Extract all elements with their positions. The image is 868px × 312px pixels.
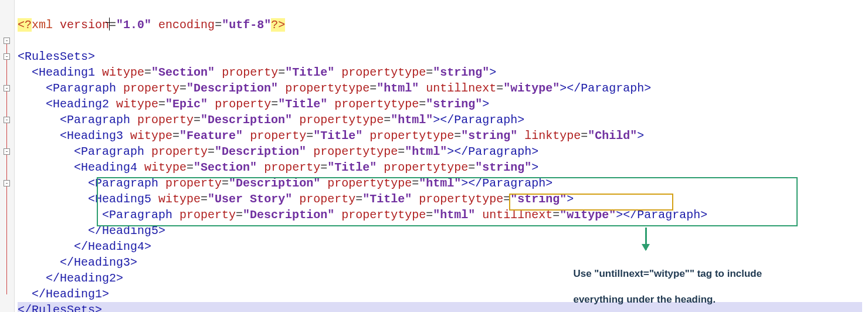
attr: witype [158,192,201,206]
attr: propertytype [419,192,503,206]
attr-value: "User Story" [208,192,292,206]
xml-tag-close: > [531,161,538,174]
attr: propertytype [327,177,412,190]
attr: property [250,129,306,143]
attr: version [60,18,109,32]
attr: property [151,145,208,158]
xml-tag-close: > [567,192,574,206]
attr: propertytype [369,129,454,143]
attr-value: "string" [510,192,567,206]
attr-value: "html" [405,145,447,158]
fold-toggle[interactable]: - [4,117,10,123]
attr: linktype [524,129,581,143]
xml-tag-close: ></Paragraph> [433,113,524,127]
attr-value: "Child" [588,129,637,143]
fold-toggle[interactable]: - [4,180,10,186]
attr-value: "html" [419,177,461,190]
xml-tag: <Paragraph [60,113,130,127]
attr-value: "Section" [194,161,257,174]
attr: witype [116,97,158,111]
xml-pi-open: <? [18,18,32,32]
xml-tag: </Heading3> [60,256,137,269]
fold-toggle[interactable]: - [4,53,10,60]
attr-value: "Description" [243,208,334,222]
xml-tag-close: > [489,66,496,79]
attr: property [264,161,320,174]
attr-value: "Title" [313,129,362,143]
attr: propertytype [313,145,398,158]
attr: propertytype [384,161,468,174]
attr: property [179,208,236,222]
attr-value: "Section" [151,66,215,79]
attr: witype [144,161,187,174]
attr: propertytype [299,113,384,127]
xml-pi-close: ?> [271,18,285,32]
fold-gutter: - - - - - - [0,0,15,312]
xml-tag: <Heading1 [32,66,95,79]
xml-tag: <Paragraph [46,82,116,95]
attr: property [215,97,271,111]
attr-value: "Title" [278,97,327,111]
xml-tag: <Paragraph [88,177,158,190]
fold-toggle[interactable]: - [4,85,10,91]
xml-tag-close: > [637,129,644,143]
attr: propertytype [285,82,369,95]
attr-value: "string" [433,66,489,79]
xml-pi-name: xml [32,18,53,32]
annotation-line-2: everything under the heading. [573,294,716,305]
xml-tag-close: ></Paragraph> [560,82,651,95]
attr-value: "Description" [187,82,278,95]
attr-value: "Title" [327,161,377,174]
xml-tag-close: ></Paragraph> [461,177,552,190]
attr: property [165,177,222,190]
attr: property [222,66,278,79]
attr: propertytype [341,208,426,222]
attr: encoding [158,18,215,32]
attr-value: "Feature" [179,129,243,143]
attr-value: "Title" [362,192,412,206]
attr-value: "string" [461,129,517,143]
attr-value: "string" [475,161,531,174]
attr: untillnext [482,208,552,222]
attr-value: "witype" [560,208,616,222]
attr: property [137,113,194,127]
attr: property [299,192,355,206]
attr: propertytype [341,66,426,79]
annotation-line-1: Use "untillnext="witype"" tag to include [573,268,762,279]
xml-tag: </Heading1> [32,287,109,301]
attr-value: "string" [426,97,482,111]
xml-tag: </RulesSets> [18,303,102,312]
attr-value: "Description" [201,113,292,127]
attr: propertytype [334,97,419,111]
xml-tag: <Heading3 [60,129,123,143]
attr: witype [130,129,172,143]
attr: property [123,82,179,95]
xml-tag-close: ></Paragraph> [447,145,538,158]
attr-value: "1.0" [116,18,151,32]
attr-value: "witype" [503,82,560,95]
xml-tag: <Paragraph [74,145,144,158]
attr-value: "html" [391,113,433,127]
xml-tag: </Heading5> [88,224,165,238]
xml-tag: <Paragraph [102,208,172,222]
attr-value: "Description" [229,177,320,190]
xml-tag: </Heading2> [46,272,123,285]
fold-toggle[interactable]: - [4,38,10,44]
fold-toggle[interactable]: - [4,148,10,155]
xml-tag: <Heading2 [46,97,109,111]
xml-tag-close: > [482,97,489,111]
xml-tag: <RulesSets> [18,50,95,63]
annotation-text: Use "untillnext="witype"" tag to include… [568,255,762,306]
xml-tag: <Heading5 [88,192,151,206]
xml-tag-close: ></Paragraph> [616,208,707,222]
attr-value: "Title" [285,66,334,79]
attr: untillnext [426,82,496,95]
attr-value: "html" [433,208,475,222]
attr-value: "Epic" [165,97,208,111]
attr-value: "Description" [215,145,306,158]
attr: witype [102,66,144,79]
attr-value: "html" [377,82,419,95]
attr-value: "utf-8" [222,18,271,32]
arrow-icon [645,228,647,250]
xml-tag: </Heading4> [74,240,151,253]
